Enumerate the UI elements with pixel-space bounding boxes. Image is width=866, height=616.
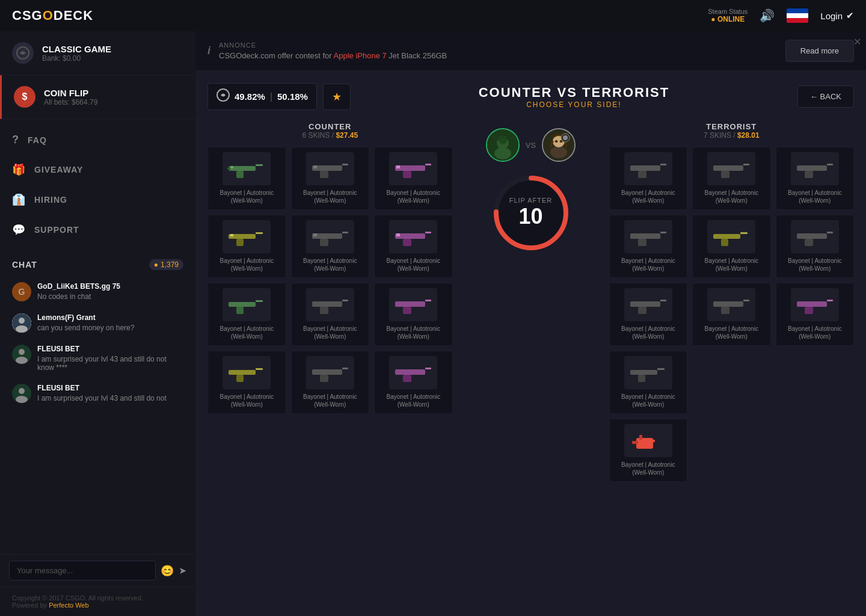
- svg-point-5: [19, 349, 25, 355]
- list-item: FLEUSI BET I am surprised your lvl 43 an…: [0, 339, 195, 378]
- svg-rect-35: [396, 233, 400, 236]
- content-area: i ANNONCE CSGOdeck.com offer contest for…: [195, 31, 866, 616]
- svg-rect-88: [713, 301, 743, 307]
- skin-image: [791, 288, 839, 321]
- skin-name: Bayonet | Autotronic(Well-Worn): [615, 257, 683, 273]
- avatar: [12, 345, 31, 364]
- announcement-text: CSGOdeck.com offer contest for Apple iPh…: [219, 51, 447, 60]
- svg-rect-69: [638, 171, 646, 178]
- skin-card: Bayonet | Autotronic(Well-Worn): [374, 351, 453, 414]
- svg-point-61: [555, 140, 558, 143]
- svg-rect-80: [740, 232, 748, 234]
- skin-image: [707, 288, 755, 321]
- skin-image: [306, 152, 354, 185]
- chat-content: FLEUSI BET I am surprised your lvl 43 an…: [37, 384, 167, 402]
- chat-input-area: 😊 ➤: [0, 554, 195, 587]
- flip-after-text: FLIP AFTER: [509, 197, 553, 204]
- counter-player-avatar: [486, 128, 520, 162]
- sidebar-item-classic-game[interactable]: CLASSIC GAME Bank: $0.00: [0, 31, 195, 75]
- skin-name: Bayonet | Autotronic(Well-Worn): [379, 393, 447, 408]
- skin-card: Bayonet | Autotronic(Well-Worn): [207, 215, 286, 278]
- login-button[interactable]: Login ✔: [820, 10, 854, 21]
- game-title-text: COUNTER VS TERRORIST: [479, 85, 669, 100]
- svg-rect-45: [229, 370, 256, 375]
- skin-card: Bayonet | Autotronic(Well-Worn): [291, 215, 370, 278]
- svg-rect-13: [236, 171, 244, 178]
- list-item: Lemons(F) Grant can you send money on he…: [0, 307, 195, 339]
- language-flag[interactable]: [787, 8, 808, 23]
- skin-card: Bayonet | Autotronic(Well-Worn): [692, 283, 771, 346]
- svg-rect-14: [230, 166, 233, 168]
- send-icon[interactable]: ➤: [179, 565, 186, 576]
- skin-card: Bayonet | Autotronic(Well-Worn): [374, 215, 453, 278]
- battle-area: COUNTER 6 SKINS / $27.45 Bayonet | Autot…: [207, 122, 854, 482]
- skin-name: Bayonet | Autotronic(Well-Worn): [615, 461, 683, 476]
- powered-by: Powered by Perfecto Web: [12, 602, 183, 609]
- skin-name: Bayonet | Autotronic(Well-Worn): [615, 189, 683, 205]
- svg-rect-34: [403, 239, 411, 246]
- skin-name: Bayonet | Autotronic(Well-Worn): [296, 257, 364, 273]
- svg-rect-39: [312, 301, 342, 307]
- perfecto-web-link[interactable]: Perfecto Web: [49, 602, 88, 609]
- counter-side-name: COUNTER: [207, 122, 453, 131]
- chat-input[interactable]: [9, 561, 156, 581]
- terrorist-side: TERRORIST 7 SKINS / $28.01 Bayonet | Aut…: [609, 122, 855, 482]
- coin-flip-name: COIN FLIP: [44, 88, 97, 98]
- skin-image: [223, 152, 271, 185]
- svg-rect-94: [630, 370, 657, 375]
- terrorist-side-name: TERRORIST: [609, 122, 855, 131]
- counter-percent-button[interactable]: 49.82% | 50.18%: [207, 83, 317, 110]
- giveaway-label: GIVEAWAY: [34, 165, 83, 174]
- read-more-button[interactable]: Read more: [785, 40, 854, 62]
- avatar: [12, 384, 31, 403]
- steam-status: Steam Status ● ONLINE: [708, 8, 748, 23]
- svg-rect-89: [743, 300, 749, 301]
- counter-side: COUNTER 6 SKINS / $27.45 Bayonet | Autot…: [207, 122, 453, 482]
- skin-name: Bayonet | Autotronic(Well-Worn): [781, 189, 849, 205]
- svg-rect-51: [395, 369, 425, 375]
- chat-message-text: I am surprised your lvl 43 and still do …: [37, 355, 183, 372]
- sidebar-item-giveaway[interactable]: 🎁 GIVEAWAY: [0, 155, 195, 185]
- svg-rect-47: [236, 375, 244, 382]
- skin-card: Bayonet | Autotronic(Well-Worn): [374, 147, 453, 210]
- classic-game-bank: Bank: $0.00: [42, 54, 111, 63]
- speaker-icon[interactable]: 🔊: [760, 8, 775, 23]
- classic-game-icon: [12, 42, 34, 64]
- close-announcement-icon[interactable]: ✕: [853, 36, 861, 48]
- sidebar-item-faq[interactable]: ? FAQ: [0, 125, 195, 155]
- avatar: [12, 313, 31, 333]
- info-icon: i: [207, 45, 210, 57]
- svg-rect-44: [403, 307, 411, 314]
- emoji-icon[interactable]: 😊: [161, 564, 174, 578]
- skin-image: [707, 152, 755, 185]
- svg-marker-15: [227, 166, 230, 171]
- svg-rect-87: [638, 307, 646, 314]
- svg-rect-73: [797, 165, 827, 171]
- svg-point-9: [16, 396, 28, 403]
- chat-count-value: 1,379: [161, 260, 179, 269]
- svg-rect-19: [313, 165, 317, 168]
- skin-image: [624, 220, 672, 253]
- back-button[interactable]: ← BACK: [797, 85, 854, 108]
- svg-rect-79: [713, 234, 740, 239]
- svg-rect-31: [313, 233, 317, 236]
- skin-card: Bayonet | Autotronic(Well-Worn): [207, 351, 286, 414]
- sidebar-item-hiring[interactable]: 👔 HIRING: [0, 185, 195, 215]
- sidebar-nav: ? FAQ 🎁 GIVEAWAY 👔 HIRING 💬 SUPPORT: [0, 119, 195, 251]
- sidebar-item-coin-flip[interactable]: $ COIN FLIP All bets: $664.79: [0, 75, 195, 119]
- chat-section-header: CHAT ● 1,379: [0, 251, 195, 276]
- header-right: Steam Status ● ONLINE 🔊 Login ✔: [708, 8, 854, 23]
- skin-name: Bayonet | Autotronic(Well-Worn): [213, 325, 281, 340]
- star-button[interactable]: ★: [323, 84, 351, 110]
- sidebar-item-support[interactable]: 💬 SUPPORT: [0, 215, 195, 245]
- svg-rect-72: [721, 171, 729, 178]
- main-layout: CLASSIC GAME Bank: $0.00 $ COIN FLIP All…: [0, 31, 866, 616]
- counter-side-stats: 6 SKINS / $27.45: [207, 131, 453, 140]
- chat-message-text: can you send money on here?: [37, 324, 134, 332]
- skin-card: Bayonet | Autotronic(Well-Worn): [692, 147, 771, 210]
- flip-timer: FLIP AFTER 10: [492, 174, 570, 252]
- game-title: COUNTER VS TERRORIST CHOOSE YOUR SIDE!: [479, 85, 669, 109]
- skin-card: Bayonet | Autotronic(Well-Worn): [291, 147, 370, 210]
- svg-rect-18: [320, 171, 328, 178]
- chat-messages: G GoD_LiiKe1 BETS.gg 75 No codes in chat…: [0, 276, 195, 554]
